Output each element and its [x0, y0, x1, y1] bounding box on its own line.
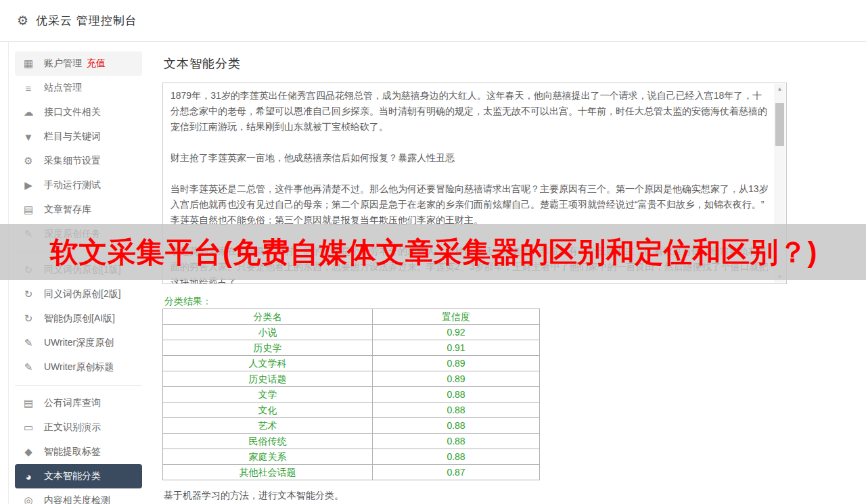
- footer-note: 基于机器学习的方法，进行文本智能分类。: [164, 490, 344, 502]
- category-cell: 民俗传统: [163, 434, 373, 449]
- watermark-text: 软文采集平台(免费自媒体文章采集器的区别和定位和区别？): [50, 233, 817, 271]
- confidence-cell: 0.88: [373, 449, 540, 465]
- book-icon: ▤: [22, 397, 35, 409]
- sidebar-item-label: 文本智能分类: [44, 470, 101, 482]
- sidebar-item-uwriter-title[interactable]: ✎UWriter原创标题: [15, 355, 142, 380]
- sidebar-item-interface-files[interactable]: ☁接口文件相关: [15, 100, 142, 124]
- refresh-icon: ↻: [22, 313, 35, 325]
- sidebar-divider: [15, 385, 142, 386]
- sidebar-item-site[interactable]: ≡站点管理: [15, 76, 142, 100]
- sidebar-item-relevance-detect[interactable]: ◎内容相关度检测: [15, 488, 142, 504]
- category-cell: 历史学: [163, 340, 373, 356]
- sidebar-item-text-classify[interactable]: ◕文本智能分类: [15, 464, 142, 488]
- sidebar-item-label: 站点管理: [44, 82, 82, 94]
- monitor-icon: ▭: [22, 421, 35, 434]
- col-header-confidence: 置信度: [373, 309, 540, 325]
- table-row: 文学0.88: [163, 387, 540, 403]
- result-table-body: 小说0.92历史学0.91人文学科0.89历史话题0.89文学0.88文化0.8…: [163, 325, 540, 480]
- database-icon: ▤: [22, 204, 35, 216]
- input-paragraph: 1879年，31岁的李莲英出任储秀宫四品花翎总管，成为慈禧身边的大红人。这年春天…: [170, 88, 770, 135]
- bar-chart-icon: ▦: [22, 58, 35, 70]
- sidebar-item-label: 正文识别演示: [44, 421, 101, 434]
- scrollbar-thumb[interactable]: [775, 103, 784, 146]
- server-icon: ≡: [22, 83, 35, 94]
- scroll-up-icon[interactable]: ▲: [774, 84, 785, 95]
- table-row: 人文学科0.89: [163, 356, 540, 371]
- play-icon: ▶: [22, 179, 35, 191]
- result-label: 分类结果：: [164, 296, 212, 308]
- sidebar-item-label: 内容相关度检测: [44, 495, 110, 504]
- sidebar-item-label: 公有词库查询: [44, 397, 101, 409]
- col-header-category: 分类名: [163, 309, 373, 325]
- input-paragraph: 财主抢了李莲英家一亩地，他成慈禧亲信后如何报复？暴露人性丑恶: [170, 150, 770, 166]
- table-row: 家庭关系0.88: [163, 449, 540, 465]
- sidebar-item-label: 同义词伪原创[2版]: [44, 288, 121, 300]
- sidebar-item-ai-original[interactable]: ↻智能伪原创[AI版]: [15, 306, 142, 331]
- gear-icon: ⚙: [17, 14, 28, 27]
- confidence-cell: 0.91: [373, 340, 540, 356]
- sidebar-item-label: 采集细节设置: [44, 155, 101, 167]
- confidence-cell: 0.87: [373, 465, 540, 480]
- sidebar-item-public-dict[interactable]: ▤公有词库查询: [15, 391, 142, 415]
- sidebar-item-label: 栏目与关键词: [44, 131, 101, 143]
- category-cell: 文化: [163, 403, 373, 418]
- edit-icon: ✎: [22, 337, 35, 349]
- tag-icon: ◆: [22, 446, 35, 458]
- app-title: 优采云 管理控制台: [36, 13, 137, 28]
- pie-chart-icon: ◕: [22, 471, 35, 482]
- sidebar-item-collect-settings[interactable]: ⚙采集细节设置: [15, 149, 142, 173]
- confidence-cell: 0.89: [373, 356, 540, 371]
- table-row: 历史话题0.89: [163, 371, 540, 387]
- cloud-upload-icon: ☁: [22, 106, 35, 118]
- sidebar-item-manual-test[interactable]: ▶手动运行测试: [15, 173, 142, 198]
- refresh-icon: ↻: [22, 288, 35, 300]
- table-row: 艺术0.88: [163, 418, 540, 434]
- watermark-overlay: 软文采集平台(免费自媒体文章采集器的区别和定位和区别？): [0, 224, 866, 280]
- confidence-cell: 0.92: [373, 325, 540, 340]
- category-cell: 其他社会话题: [163, 465, 373, 480]
- page-title: 文本智能分类: [164, 55, 241, 72]
- sidebar-item-label: 智能伪原创[AI版]: [44, 313, 115, 325]
- confidence-cell: 0.88: [373, 418, 540, 434]
- sidebar-item-account[interactable]: ▦账户管理充值: [15, 51, 142, 76]
- input-paragraph: 当时李莲英还是二总管，这件事他再清楚不过。那么他为何还要冒险向慈禧请求出宫呢？主…: [170, 181, 770, 228]
- sidebar-item-content-recognition[interactable]: ▭正文识别演示: [15, 415, 142, 440]
- sidebar-item-synonym-original-2[interactable]: ↻同义词伪原创[2版]: [15, 282, 142, 306]
- category-cell: 人文学科: [163, 356, 373, 371]
- table-header-row: 分类名 置信度: [163, 309, 540, 325]
- category-cell: 艺术: [163, 418, 373, 434]
- sidebar-item-label: 手动运行测试: [44, 179, 101, 191]
- category-cell: 家庭关系: [163, 449, 373, 465]
- sidebar-item-label: UWriter原创标题: [44, 361, 114, 373]
- sidebar-item-tag-extract[interactable]: ◆智能提取标签: [15, 440, 142, 464]
- table-row: 民俗传统0.88: [163, 434, 540, 449]
- sidebar-item-label: 接口文件相关: [44, 106, 101, 118]
- sidebar-item-columns-keywords[interactable]: ▼栏目与关键词: [15, 124, 142, 149]
- category-cell: 小说: [163, 325, 373, 340]
- sidebar-item-label: 账户管理: [44, 58, 82, 70]
- table-row: 历史学0.91: [163, 340, 540, 356]
- sidebar-item-label: 智能提取标签: [44, 446, 101, 458]
- table-row: 其他社会话题0.87: [163, 465, 540, 480]
- confidence-cell: 0.89: [373, 371, 540, 387]
- sidebar-item-article-store[interactable]: ▤文章暂存库: [15, 198, 142, 222]
- category-cell: 文学: [163, 387, 373, 403]
- confidence-cell: 0.88: [373, 434, 540, 449]
- app-header: ⚙ 优采云 管理控制台: [0, 0, 866, 42]
- recharge-badge[interactable]: 充值: [87, 58, 106, 70]
- category-cell: 历史话题: [163, 371, 373, 387]
- confidence-cell: 0.88: [373, 403, 540, 418]
- detect-icon: ◎: [22, 495, 35, 504]
- table-row: 文化0.88: [163, 403, 540, 418]
- gears-icon: ⚙: [22, 155, 35, 167]
- edit-icon: ✎: [22, 361, 35, 373]
- sidebar-item-label: 文章暂存库: [44, 204, 91, 216]
- sidebar-item-uwriter-deep[interactable]: ✎UWriter深度原创: [15, 331, 142, 355]
- table-row: 小说0.92: [163, 325, 540, 340]
- confidence-cell: 0.88: [373, 387, 540, 403]
- sidebar-item-label: UWriter深度原创: [44, 337, 114, 349]
- filter-icon: ▼: [22, 131, 35, 143]
- result-table: 分类名 置信度 小说0.92历史学0.91人文学科0.89历史话题0.89文学0…: [162, 308, 540, 480]
